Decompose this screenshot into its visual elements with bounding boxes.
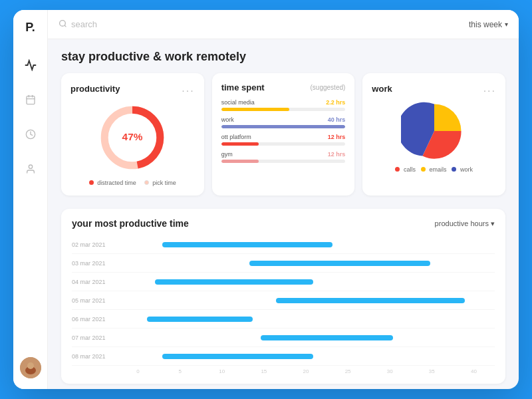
gantt-row-label: 04 mar 2021 — [72, 279, 117, 285]
gantt-bar — [261, 335, 393, 340]
chevron-down-icon: ▾ — [505, 21, 508, 28]
svg-point-5 — [29, 165, 32, 168]
time-item-header: gym 12 hrs — [221, 151, 346, 158]
svg-rect-0 — [27, 96, 35, 104]
donut-legend: distracted time pick time — [89, 180, 176, 186]
legend-emails: emails — [421, 166, 447, 173]
search-placeholder: search — [71, 19, 97, 29]
gantt-bar — [155, 279, 314, 285]
gantt-tick: 20 — [285, 368, 327, 374]
gantt-row-label: 08 mar 2021 — [72, 353, 117, 360]
time-spent-card-header: time spent (suggested) — [221, 82, 346, 92]
time-bar-fill — [221, 160, 259, 163]
gantt-row: 02 mar 2021 — [72, 235, 495, 254]
gantt-track — [117, 310, 495, 328]
gantt-title: your most productive time — [72, 218, 189, 229]
gantt-row-label: 02 mar 2021 — [72, 241, 117, 248]
gantt-tick: 10 — [201, 368, 243, 374]
gantt-row: 04 mar 2021 — [72, 273, 495, 291]
legend-pick: pick time — [144, 180, 176, 186]
page-title: stay productive & work remotely — [61, 50, 505, 64]
time-bar-bg — [221, 142, 346, 146]
time-label: gym — [221, 151, 233, 158]
avatar[interactable] — [20, 357, 41, 378]
productivity-card-header: productivity ... — [70, 82, 195, 94]
time-label: ott platform — [221, 134, 251, 140]
sidebar: P. — [13, 10, 48, 389]
time-spent-card-title: time spent — [221, 82, 265, 92]
productivity-card: productivity ... 47% — [61, 73, 204, 196]
gantt-chart: 02 mar 2021 03 mar 2021 04 mar 2021 05 m… — [72, 235, 495, 374]
legend-calls: calls — [395, 166, 416, 173]
gantt-row-label: 03 mar 2021 — [72, 260, 117, 267]
gantt-tick: 5 — [159, 368, 201, 374]
pie-legend: calls emails work — [395, 166, 473, 173]
work-card: work ... — [362, 73, 505, 196]
time-item-header: work 40 hrs — [221, 116, 346, 123]
gantt-row: 03 mar 2021 — [72, 254, 495, 273]
gantt-tick: 40 — [453, 368, 495, 374]
gantt-row-label: 07 mar 2021 — [72, 334, 117, 341]
gantt-axis: 0510152025303540 — [117, 366, 495, 374]
time-bar-fill — [221, 125, 346, 128]
period-selector[interactable]: this week ▾ — [469, 20, 508, 29]
time-value: 12 hrs — [328, 134, 346, 140]
search-icon — [59, 19, 67, 30]
svg-text:47%: 47% — [122, 131, 143, 142]
search-bar[interactable]: search — [59, 19, 461, 30]
time-bar-fill — [221, 142, 259, 146]
productivity-more-button[interactable]: ... — [182, 82, 194, 94]
gantt-tick: 15 — [243, 368, 285, 374]
gantt-row: 07 mar 2021 — [72, 329, 495, 347]
gantt-bar — [276, 298, 465, 303]
gantt-track — [117, 254, 495, 272]
svg-line-10 — [65, 25, 66, 27]
gantt-tick: 30 — [369, 368, 411, 374]
gantt-bar — [162, 354, 313, 359]
sidebar-item-activity[interactable] — [21, 56, 40, 74]
gantt-row: 08 mar 2021 — [72, 347, 495, 366]
gantt-filter[interactable]: productive hours ▾ — [435, 219, 495, 228]
main-content: search this week ▾ stay productive & wor… — [48, 10, 519, 389]
time-bar-bg — [221, 125, 346, 128]
donut-svg: 47% — [96, 101, 169, 174]
gantt-tick: 35 — [411, 368, 453, 374]
time-bar-bg — [221, 108, 346, 111]
time-bar-fill — [221, 108, 290, 111]
legend-work: work — [452, 166, 473, 173]
suggested-label: (suggested) — [311, 84, 346, 91]
gantt-tick: 0 — [117, 368, 159, 374]
svg-point-9 — [60, 20, 66, 26]
gantt-row-label: 06 mar 2021 — [72, 316, 117, 323]
gantt-section: your most productive time productive hou… — [61, 209, 505, 384]
svg-point-8 — [27, 362, 34, 369]
productivity-card-title: productivity — [70, 84, 120, 94]
gantt-track — [117, 235, 495, 253]
time-spent-card: time spent (suggested) social media 2.2 … — [212, 73, 355, 196]
gantt-bar — [162, 242, 332, 247]
gantt-row: 05 mar 2021 — [72, 291, 495, 310]
time-value: 12 hrs — [328, 151, 346, 158]
sidebar-item-calendar[interactable] — [21, 90, 40, 109]
time-label: work — [221, 116, 234, 123]
gantt-bar — [147, 317, 253, 322]
time-item: gym 12 hrs — [221, 151, 346, 163]
gantt-rows: 02 mar 2021 03 mar 2021 04 mar 2021 05 m… — [72, 235, 495, 366]
time-item-header: social media 2.2 hrs — [221, 99, 346, 106]
gantt-row-label: 05 mar 2021 — [72, 297, 117, 304]
gantt-track — [117, 291, 495, 309]
time-value: 2.2 hrs — [326, 99, 345, 106]
period-label: this week — [469, 20, 502, 29]
cards-row: productivity ... 47% — [61, 73, 505, 196]
donut-chart: 47% distracted time pick time — [70, 101, 195, 186]
pie-svg — [401, 101, 467, 161]
pie-chart: calls emails work — [372, 101, 496, 173]
content-area: stay productive & work remotely producti… — [48, 39, 519, 389]
work-more-button[interactable]: ... — [483, 82, 496, 94]
sidebar-item-user[interactable] — [21, 160, 40, 178]
gantt-track — [117, 273, 495, 291]
gantt-header: your most productive time productive hou… — [72, 218, 495, 229]
gantt-bar — [249, 261, 431, 266]
sidebar-item-clock[interactable] — [21, 125, 40, 144]
time-bar-bg — [221, 160, 346, 163]
